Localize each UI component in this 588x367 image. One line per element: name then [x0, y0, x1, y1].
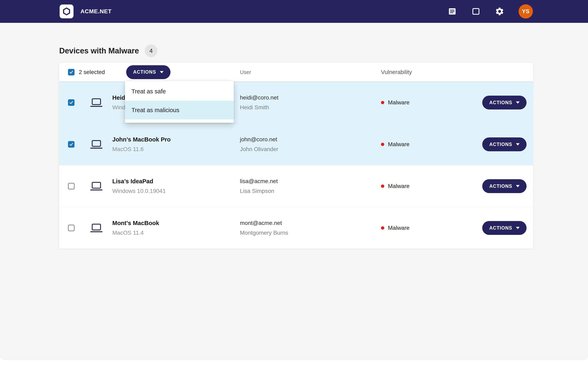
row-actions-label: ACTIONS — [489, 100, 512, 105]
laptop-icon — [90, 139, 103, 150]
actions-dropdown-menu: Treat as safe Treat as malicious — [125, 81, 234, 123]
row-checkbox[interactable] — [68, 141, 75, 148]
table-row: Lisa’s IdeaPad Windows 10.0.19041 lisa@a… — [59, 165, 533, 207]
laptop-icon — [90, 181, 103, 191]
brand-name: ACME.NET — [80, 8, 112, 15]
chevron-down-icon — [516, 143, 520, 146]
user-avatar[interactable]: YS — [519, 4, 533, 18]
count-badge: 4 — [145, 44, 157, 57]
hexagon-icon — [62, 7, 71, 16]
device-os: MacOS 11.4 — [112, 228, 159, 238]
check-icon — [69, 100, 74, 105]
device-cell: Mont’s MacBook MacOS 11.4 — [112, 218, 159, 238]
row-actions-label: ACTIONS — [489, 142, 512, 147]
select-all-checkbox[interactable] — [68, 69, 75, 75]
bulk-actions-label: ACTIONS — [133, 69, 156, 75]
column-header-user: User — [240, 69, 251, 75]
navbar-actions: YS — [448, 4, 533, 18]
malware-dot-icon — [381, 226, 384, 230]
user-cell: john@coro.net John Olivander — [240, 134, 278, 154]
gear-icon[interactable] — [495, 7, 504, 16]
table-row: Mont’s MacBook MacOS 11.4 mont@acme.net … — [59, 207, 533, 249]
row-actions-button[interactable]: ACTIONS — [482, 137, 527, 151]
page-title: Devices with Malware — [59, 47, 139, 55]
device-name: Lisa’s IdeaPad — [112, 176, 166, 186]
window-bottom-edge — [0, 360, 588, 367]
user-cell: mont@acme.net Montgomery Burns — [240, 218, 288, 238]
malware-dot-icon — [381, 184, 384, 188]
user-email: john@coro.net — [240, 134, 278, 144]
vulnerability-cell: Malware — [381, 99, 410, 106]
device-name: Heid — [112, 93, 125, 103]
device-name: John’s MacBook Pro — [112, 134, 171, 144]
check-icon — [69, 70, 74, 75]
page-header: Devices with Malware 4 — [59, 23, 533, 57]
chevron-down-icon — [516, 185, 520, 187]
row-checkbox[interactable] — [68, 183, 75, 189]
vulnerability-cell: Malware — [381, 183, 410, 189]
menu-item-treat-as-malicious[interactable]: Treat as malicious — [125, 101, 234, 119]
window-icon[interactable] — [471, 7, 481, 16]
bulk-actions-button[interactable]: ACTIONS — [126, 65, 171, 79]
user-email: heidi@coro.net — [240, 93, 278, 103]
menu-item-treat-as-safe[interactable]: Treat as safe — [125, 82, 234, 101]
device-os: Windows 10.0.19041 — [112, 186, 166, 196]
device-cell: Heid Wind — [112, 93, 125, 112]
row-actions-label: ACTIONS — [489, 184, 512, 189]
user-name: Montgomery Burns — [240, 228, 288, 238]
malware-dot-icon — [381, 101, 384, 104]
laptop-icon — [90, 98, 103, 108]
user-cell: lisa@acme.net Lisa Simpson — [240, 176, 278, 196]
device-os: Wind — [112, 103, 125, 112]
column-header-vulnerability: Vulnerability — [381, 69, 412, 75]
user-name: John Olivander — [240, 144, 278, 154]
chevron-down-icon — [160, 71, 164, 73]
user-name: Lisa Simpson — [240, 186, 278, 196]
user-email: lisa@acme.net — [240, 176, 278, 186]
chevron-down-icon — [516, 227, 520, 229]
row-actions-label: ACTIONS — [489, 225, 512, 231]
vulnerability-cell: Malware — [381, 225, 410, 231]
vulnerability-label: Malware — [388, 183, 410, 189]
check-icon — [69, 142, 74, 147]
vulnerability-label: Malware — [388, 225, 410, 231]
device-os: MacOS 11.6 — [112, 144, 171, 154]
row-actions-button[interactable]: ACTIONS — [482, 221, 527, 235]
brand-logo-icon[interactable] — [60, 4, 73, 18]
vulnerability-cell: Malware — [381, 141, 410, 148]
main-content: Devices with Malware 4 2 selected ACTION… — [0, 23, 588, 249]
user-email: mont@acme.net — [240, 218, 288, 228]
row-actions-button[interactable]: ACTIONS — [482, 179, 527, 193]
malware-dot-icon — [381, 143, 384, 146]
table-row: John’s MacBook Pro MacOS 11.6 john@coro.… — [59, 123, 533, 165]
device-cell: John’s MacBook Pro MacOS 11.6 — [112, 134, 171, 154]
top-navbar: ACME.NET YS — [0, 0, 588, 23]
report-icon[interactable] — [448, 7, 457, 16]
app-window: ACME.NET YS Devices w — [0, 0, 588, 360]
laptop-icon — [90, 223, 103, 233]
table-toolbar: 2 selected ACTIONS User Vulnerability — [59, 63, 533, 82]
row-checkbox[interactable] — [68, 225, 75, 231]
vulnerability-label: Malware — [388, 99, 410, 106]
device-name: Mont’s MacBook — [112, 218, 159, 228]
row-actions-button[interactable]: ACTIONS — [482, 96, 527, 109]
chevron-down-icon — [516, 101, 520, 104]
device-cell: Lisa’s IdeaPad Windows 10.0.19041 — [112, 176, 166, 196]
vulnerability-label: Malware — [388, 141, 410, 148]
devices-table: 2 selected ACTIONS User Vulnerability Tr… — [59, 63, 533, 249]
user-cell: heidi@coro.net Heidi Smith — [240, 93, 278, 112]
selected-count-label: 2 selected — [79, 69, 105, 75]
user-name: Heidi Smith — [240, 103, 278, 112]
row-checkbox[interactable] — [68, 99, 75, 106]
